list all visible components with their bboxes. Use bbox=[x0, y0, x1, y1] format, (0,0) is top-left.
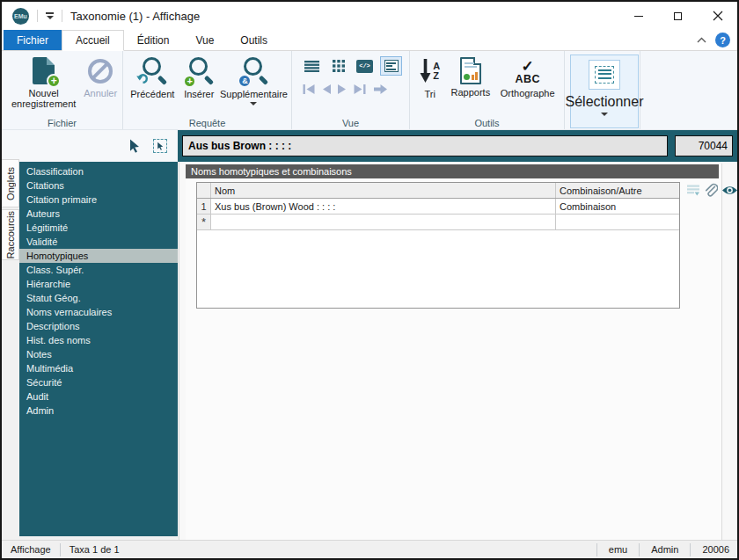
sidebar-item-classification[interactable]: Classification bbox=[19, 164, 178, 178]
sidebar-item-validite[interactable]: Validité bbox=[19, 235, 178, 249]
quick-access-dropdown-icon[interactable] bbox=[46, 12, 54, 19]
close-icon bbox=[713, 11, 723, 21]
titlebar-separator bbox=[62, 10, 62, 22]
maximize-button[interactable] bbox=[658, 2, 698, 30]
collapse-ribbon-icon[interactable] bbox=[697, 37, 706, 43]
dropdown-caret-icon bbox=[601, 113, 608, 116]
list-view-icon bbox=[304, 61, 319, 72]
close-button[interactable] bbox=[698, 2, 737, 30]
cell-nom-empty[interactable] bbox=[211, 215, 556, 229]
status-port: 20006 bbox=[690, 543, 737, 556]
sidebar-item-multimedia[interactable]: Multimédia bbox=[19, 361, 178, 375]
window-title: Taxonomie (1) - Affichage bbox=[70, 10, 200, 23]
record-name-field[interactable]: Aus bus Brown : : : : bbox=[182, 135, 668, 156]
spellcheck-icon: ✓ ABC bbox=[515, 55, 540, 85]
next-record-icon[interactable] bbox=[336, 84, 349, 95]
dropdown-caret-icon bbox=[250, 102, 257, 105]
cancel-button[interactable]: Annuler bbox=[82, 53, 119, 98]
cell-combinaison[interactable]: Combinaison bbox=[556, 199, 679, 214]
sidebar-item-hierarchie[interactable]: Hiérarchie bbox=[19, 277, 178, 291]
tab-fichier[interactable]: Fichier bbox=[4, 30, 62, 50]
sidebar-item-admin[interactable]: Admin bbox=[19, 404, 178, 418]
sidebar-item-hist-des-noms[interactable]: Hist. des noms bbox=[19, 333, 178, 347]
tab-outils[interactable]: Outils bbox=[227, 30, 281, 50]
column-header-nom[interactable]: Nom bbox=[211, 183, 556, 198]
new-record-icon: + bbox=[33, 57, 55, 84]
status-record-count: Taxa 1 de 1 bbox=[61, 543, 128, 556]
view-details-button[interactable] bbox=[380, 56, 402, 76]
record-number-field[interactable]: 70044 bbox=[675, 135, 733, 156]
previous-query-button[interactable]: Précédent bbox=[127, 53, 179, 99]
details-view-icon bbox=[384, 60, 399, 72]
table-row: 1 Xus bus (Brown) Wood : : : : Combinais… bbox=[197, 199, 679, 215]
reports-button[interactable]: Rapports bbox=[446, 53, 494, 98]
sidebar-item-audit[interactable]: Audit bbox=[19, 389, 178, 404]
side-tab-raccourcis[interactable]: Raccourcis bbox=[2, 209, 19, 260]
sidebar-item-notes[interactable]: Notes bbox=[19, 347, 178, 361]
reports-icon bbox=[460, 57, 481, 84]
group-label-vue: Vue bbox=[292, 118, 409, 128]
side-tab-onglets[interactable]: Onglets bbox=[2, 159, 19, 207]
sidebar-item-statut-geog[interactable]: Statut Géog. bbox=[19, 291, 178, 305]
ribbon-group-vue: </> Vue bbox=[292, 51, 410, 129]
status-mode: Affichage bbox=[2, 543, 61, 556]
group-label-outils: Outils bbox=[410, 118, 564, 128]
spelling-button[interactable]: ✓ ABC Orthographe bbox=[494, 53, 560, 98]
attachment-icon[interactable] bbox=[703, 183, 718, 198]
grid-view-icon bbox=[333, 60, 345, 72]
sidebar-item-citation-primaire[interactable]: Citation primaire bbox=[19, 193, 178, 207]
arrow-cursor-icon bbox=[157, 142, 165, 151]
emu-logo-icon[interactable]: EMu bbox=[12, 8, 29, 25]
last-record-icon[interactable] bbox=[353, 84, 367, 95]
view-list-button[interactable] bbox=[301, 56, 323, 76]
previous-record-icon[interactable] bbox=[319, 84, 333, 95]
sidebar-item-descriptions[interactable]: Descriptions bbox=[19, 319, 178, 333]
search-previous-icon bbox=[138, 57, 166, 86]
goto-record-icon[interactable] bbox=[373, 84, 388, 95]
first-record-icon[interactable] bbox=[302, 84, 316, 95]
insert-query-button[interactable]: + Insérer bbox=[179, 53, 220, 99]
new-record-button[interactable]: + Nouvel enregistrement bbox=[5, 53, 82, 109]
search-insert-icon: + bbox=[185, 57, 213, 86]
select-records-icon bbox=[589, 60, 620, 90]
code-view-icon: </> bbox=[356, 60, 373, 73]
select-mode-icon[interactable] bbox=[153, 139, 167, 153]
table-new-row: * bbox=[197, 215, 679, 230]
sort-button[interactable]: AZ Tri bbox=[413, 53, 446, 99]
body: Onglets Raccourcis Classification Citati… bbox=[2, 162, 737, 540]
lookup-list-icon[interactable] bbox=[687, 185, 699, 197]
sidebar-item-auteurs[interactable]: Auteurs bbox=[19, 207, 178, 221]
new-row-marker[interactable]: * bbox=[197, 215, 211, 229]
view-grid-button[interactable] bbox=[327, 56, 349, 76]
cell-nom[interactable]: Xus bus (Brown) Wood : : : : bbox=[211, 199, 556, 214]
ribbon-tab-strip: Fichier Accueil Édition Vue Outils ? bbox=[2, 30, 737, 51]
minimize-icon bbox=[634, 16, 643, 17]
sidebar-item-legitimite[interactable]: Légitimité bbox=[19, 221, 178, 235]
tab-accueil[interactable]: Accueil bbox=[62, 30, 124, 51]
sidebar-item-class-super[interactable]: Class. Supér. bbox=[19, 263, 178, 277]
help-button[interactable]: ? bbox=[715, 33, 730, 47]
maximize-icon bbox=[674, 12, 682, 20]
arrow-cursor-icon[interactable] bbox=[128, 139, 142, 154]
view-code-button[interactable]: </> bbox=[354, 56, 376, 76]
row-number-cell[interactable]: 1 bbox=[197, 199, 211, 214]
sidebar-item-citations[interactable]: Citations bbox=[19, 178, 178, 193]
group-label-requete: Requête bbox=[123, 118, 291, 128]
tab-vue[interactable]: Vue bbox=[182, 30, 227, 50]
sidebar-item-homotypiques[interactable]: Homotypiques bbox=[19, 249, 178, 263]
title-bar: EMu Taxonomie (1) - Affichage bbox=[2, 2, 737, 30]
minimize-button[interactable] bbox=[618, 2, 658, 30]
column-header-combinaison[interactable]: Combinaison/Autre bbox=[556, 183, 679, 198]
sidebar-item-noms-vernaculaires[interactable]: Noms vernaculaires bbox=[19, 305, 178, 319]
sidebar-item-securite[interactable]: Sécurité bbox=[19, 375, 178, 389]
table-header-row: Nom Combinaison/Autre bbox=[197, 183, 679, 199]
row-number-header bbox=[197, 183, 211, 198]
ribbon-group-fichier: + Nouvel enregistrement Annuler Fichier bbox=[2, 51, 123, 129]
window-controls bbox=[618, 2, 737, 30]
supplementary-query-button[interactable]: & Supplémentaire bbox=[220, 53, 288, 105]
ribbon: + Nouvel enregistrement Annuler Fichier … bbox=[2, 51, 737, 130]
tab-edition[interactable]: Édition bbox=[124, 30, 183, 50]
cell-combinaison-empty[interactable] bbox=[556, 215, 679, 229]
view-attachments-eye-icon[interactable] bbox=[721, 185, 738, 196]
select-button[interactable]: Sélectionner bbox=[570, 55, 639, 128]
